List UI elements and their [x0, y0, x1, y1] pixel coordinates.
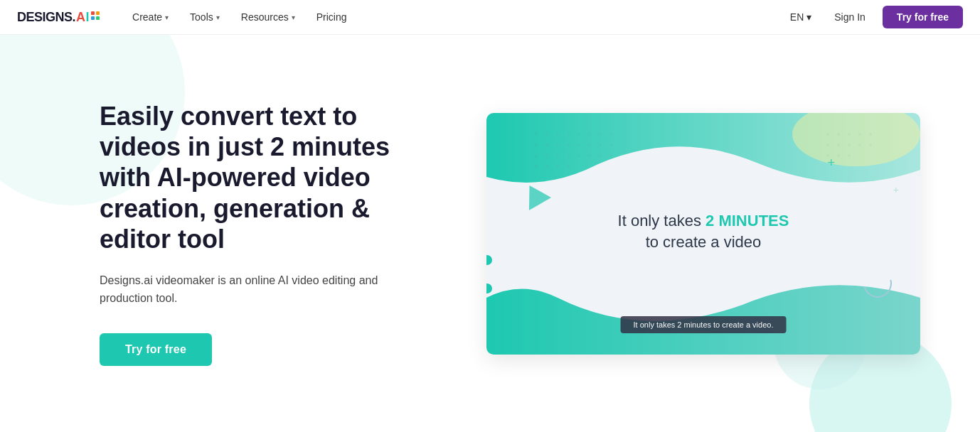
chevron-down-icon: ▾ [806, 11, 811, 23]
hero-try-free-button[interactable]: Try for free [100, 333, 212, 366]
language-selector[interactable]: EN ▾ [784, 7, 817, 27]
logo-text: DESIGNS. [17, 10, 75, 25]
video-preview[interactable]: + + It only takes 2 MINUTES to create a … [486, 113, 920, 355]
video-line1: It only takes 2 MINUTES [618, 212, 789, 230]
svg-point-10 [588, 133, 591, 136]
svg-point-33 [826, 133, 829, 136]
sign-in-button[interactable]: Sign In [826, 7, 874, 27]
svg-point-15 [556, 144, 559, 146]
video-caption: It only takes 2 minutes to create a vide… [621, 316, 787, 333]
hero-right: + + It only takes 2 MINUTES to create a … [441, 113, 923, 355]
video-line2: to create a video [618, 233, 789, 252]
teal-dot-1 [486, 255, 492, 265]
svg-point-19 [599, 144, 602, 146]
svg-rect-3 [96, 16, 100, 20]
logo-ai: AI [76, 10, 101, 25]
chevron-down-icon: ▾ [165, 14, 169, 21]
nav-right: EN ▾ Sign In Try for free [784, 6, 963, 28]
nav-links: Create ▾ Tools ▾ Resources ▾ Pricing [124, 7, 784, 27]
svg-point-36 [858, 133, 861, 136]
nav-pricing[interactable]: Pricing [308, 7, 356, 27]
svg-point-11 [599, 133, 602, 136]
svg-rect-0 [91, 11, 95, 15]
svg-rect-1 [96, 11, 100, 15]
svg-point-21 [535, 154, 538, 157]
svg-point-5 [535, 133, 538, 136]
svg-point-27 [599, 154, 602, 157]
svg-point-25 [577, 154, 580, 157]
svg-point-20 [609, 144, 612, 146]
svg-point-22 [545, 154, 548, 157]
svg-point-7 [556, 133, 559, 136]
logo[interactable]: DESIGNS. AI [17, 10, 101, 25]
svg-point-39 [837, 144, 840, 146]
hero-title: Easily convert text to videos in just 2 … [100, 101, 441, 254]
svg-point-24 [567, 154, 570, 157]
svg-point-34 [837, 133, 840, 136]
svg-rect-2 [91, 16, 95, 20]
svg-point-18 [588, 144, 591, 146]
nav-create[interactable]: Create ▾ [124, 7, 177, 27]
hero-left: Easily convert text to videos in just 2 … [100, 101, 441, 366]
svg-point-35 [848, 133, 851, 136]
dots-pattern-top [529, 127, 671, 184]
video-highlight: 2 MINUTES [705, 212, 789, 230]
svg-point-13 [535, 144, 538, 146]
svg-point-8 [567, 133, 570, 136]
svg-point-32 [567, 165, 570, 168]
svg-point-30 [545, 165, 548, 168]
nav-resources[interactable]: Resources ▾ [233, 7, 304, 27]
svg-point-42 [869, 144, 872, 146]
chevron-down-icon: ▾ [216, 14, 220, 21]
svg-point-12 [609, 133, 612, 136]
svg-point-17 [577, 144, 580, 146]
plus-decoration: + [827, 156, 835, 171]
svg-point-44 [837, 154, 840, 157]
navbar: DESIGNS. AI Create ▾ Tools ▾ Resources ▾… [0, 0, 980, 35]
hero-description: Designs.ai videomaker is an online AI vi… [100, 271, 398, 308]
svg-point-6 [545, 133, 548, 136]
hero-section: Easily convert text to videos in just 2 … [0, 35, 980, 432]
svg-point-29 [535, 165, 538, 168]
svg-point-9 [577, 133, 580, 136]
svg-point-14 [545, 144, 548, 146]
nav-try-free-button[interactable]: Try for free [883, 6, 963, 28]
svg-point-26 [588, 154, 591, 157]
svg-point-40 [848, 144, 851, 146]
wave-bottom-decoration [486, 269, 920, 355]
svg-point-23 [556, 154, 559, 157]
plus-small-decoration: + [893, 184, 899, 195]
svg-point-16 [567, 144, 570, 146]
svg-point-37 [869, 133, 872, 136]
svg-point-31 [556, 165, 559, 168]
svg-point-28 [609, 154, 612, 157]
nav-tools[interactable]: Tools ▾ [181, 7, 228, 27]
svg-point-38 [826, 144, 829, 146]
chevron-down-icon: ▾ [292, 14, 295, 21]
svg-point-45 [848, 154, 851, 157]
video-center-text: It only takes 2 MINUTES to create a vide… [618, 212, 789, 252]
svg-point-41 [858, 144, 861, 146]
